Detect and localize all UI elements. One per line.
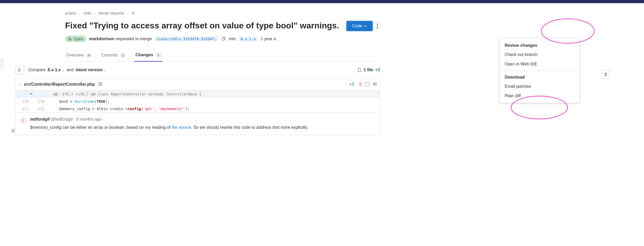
time-ago: 1 year a: [261, 37, 276, 41]
breadcrumb-section[interactable]: Merge requests: [99, 11, 124, 15]
new-line-number[interactable]: 171: [31, 105, 47, 112]
svg-rect-4: [99, 83, 101, 86]
into-text: into: [229, 37, 236, 41]
dropdown-checkout-branch[interactable]: Check out branch: [500, 50, 579, 59]
tab-changes[interactable]: Changes 1: [134, 49, 162, 62]
breadcrumb-separator: ›: [94, 12, 96, 15]
viewed-label: Vi: [373, 82, 377, 87]
dropdown-open-webide[interactable]: Open in Web IDE: [500, 59, 579, 69]
compare-base-dropdown[interactable]: 8.x-1.x⌄: [48, 68, 65, 72]
copy-branch-button[interactable]: [221, 36, 226, 41]
dropdown-section-review: Review changes: [500, 40, 579, 50]
comment-author[interactable]: tedfordgif: [30, 117, 50, 121]
more-actions-button[interactable]: [375, 22, 380, 30]
tab-count: 1: [120, 53, 126, 58]
status-text: Open: [73, 37, 83, 41]
mr-meta-row: Open markdorison requested to merge issu…: [65, 31, 380, 44]
breadcrumb: project › redis › Merge requests › !6: [65, 3, 380, 20]
code-button-label: Code: [352, 24, 362, 28]
diff-block: @@ -170,7 +170,7 @@ class ReportControll…: [15, 90, 380, 113]
comment-icon: [12, 129, 14, 132]
mr-author[interactable]: markdorison: [89, 37, 114, 41]
breadcrumb-project[interactable]: project: [65, 11, 76, 15]
mr-tabs: Overview 4 Commits 1 Changes 1: [65, 49, 380, 62]
code-dropdown-button[interactable]: Code: [346, 21, 373, 31]
dropdown-email-patches[interactable]: Email patches: [500, 82, 579, 91]
expand-hunk-button[interactable]: [15, 90, 47, 98]
old-line-number[interactable]: 171: [15, 105, 31, 112]
hunk-header: @@ -170,7 +170,7 @@ class ReportControll…: [15, 90, 380, 98]
new-line-number[interactable]: 170: [31, 98, 47, 105]
copy-path-button[interactable]: [97, 82, 103, 87]
requested-text: requested to merge: [114, 37, 152, 41]
file-deletions: -3: [358, 82, 361, 87]
status-badge: Open: [65, 35, 86, 42]
file-count: 1 file: [363, 68, 373, 72]
comment-link[interactable]: the source: [172, 125, 191, 130]
svg-point-1: [69, 39, 70, 40]
file-path: src/Controller/ReportController.php: [24, 82, 95, 87]
file-tree-toggle[interactable]: [15, 66, 24, 74]
comment-handle: @tedfordgif: [51, 117, 73, 121]
viewed-checkbox[interactable]: [365, 82, 369, 86]
comment-time: 8 months ago: [76, 117, 102, 121]
target-branch[interactable]: 8.x-1.x: [238, 36, 258, 42]
merge-request-icon: [68, 37, 72, 41]
breadcrumb-mr-id: !6: [131, 11, 135, 15]
compare-bar: Compare 8.x-1.x⌄ and latest version⌄ 1 f…: [15, 62, 380, 78]
avatar[interactable]: T: [20, 117, 27, 124]
expand-up-icon: [29, 92, 33, 96]
dropdown-divider: [500, 70, 579, 71]
tab-count: 1: [155, 53, 161, 57]
code-dropdown-menu: Review changes Check out branch Open in …: [500, 38, 580, 103]
tab-label: Commits: [101, 53, 118, 58]
review-comment: T tedfordgif @tedfordgif · 8 months ago …: [15, 113, 380, 135]
breadcrumb-separator: ›: [127, 12, 128, 15]
collapse-file-toggle[interactable]: ⌄: [19, 83, 21, 86]
dropdown-plain-diff[interactable]: Plain diff: [500, 91, 579, 101]
comment-indicator[interactable]: [10, 128, 16, 133]
collapsed-sidebar-handle[interactable]: [1, 58, 3, 69]
file-icon: [357, 68, 361, 72]
tab-commits[interactable]: Commits 1: [100, 49, 127, 62]
breadcrumb-repo[interactable]: redis: [83, 11, 91, 15]
top-nav-bar: [0, 0, 644, 3]
tab-label: Changes: [135, 53, 153, 57]
source-branch[interactable]: issue/redis-3193478:319347…: [155, 36, 219, 42]
code-line: 171 171 $memory_config = $this->redis->c…: [15, 105, 380, 112]
hunk-text: @@ -170,7 +170,7 @@ class ReportControll…: [47, 90, 202, 98]
dropdown-section-download: Download: [500, 72, 579, 82]
compare-version-dropdown[interactable]: latest version⌄: [76, 68, 106, 72]
code-line: 170 170 $end = microtime(TRUE);: [15, 98, 380, 105]
svg-rect-3: [222, 38, 224, 40]
compare-label: Compare: [28, 68, 46, 72]
copy-icon: [221, 37, 226, 41]
file-additions: +3: [349, 82, 354, 87]
copy-icon: [98, 82, 102, 86]
tab-label: Overview: [66, 53, 84, 58]
svg-point-2: [71, 39, 72, 40]
svg-point-0: [69, 37, 70, 38]
file-header: ⌄ src/Controller/ReportController.php +3…: [15, 78, 380, 90]
tab-count: 4: [86, 53, 92, 58]
breadcrumb-separator: ›: [79, 12, 80, 15]
mr-title: Fixed "Trying to access array offset on …: [65, 20, 342, 31]
chevron-down-icon: [364, 24, 367, 28]
comment-body: $memory_config can be either an array or…: [30, 124, 376, 131]
compare-and: and: [67, 68, 74, 72]
total-additions: +3: [375, 68, 380, 72]
expand-sidebar-button[interactable]: [601, 70, 610, 79]
tab-overview[interactable]: Overview 4: [65, 49, 93, 62]
tree-icon: [18, 68, 22, 72]
old-line-number[interactable]: 170: [15, 98, 31, 105]
expand-icon: [604, 72, 608, 76]
